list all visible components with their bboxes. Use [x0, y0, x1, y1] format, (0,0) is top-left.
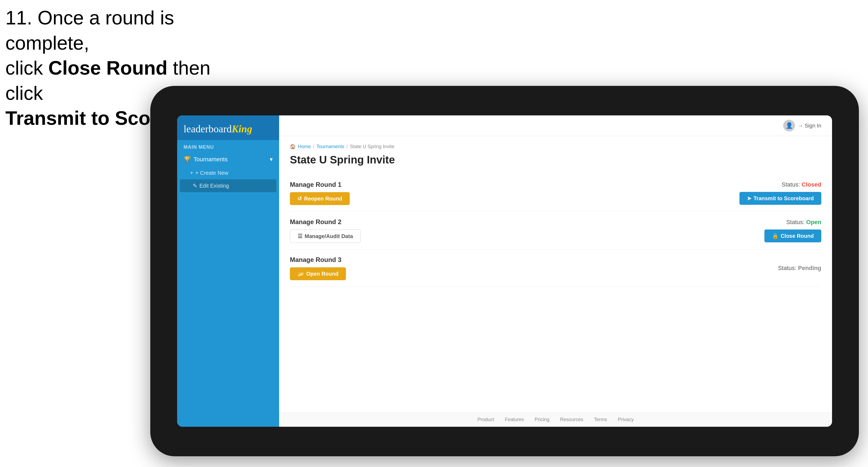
footer-product[interactable]: Product	[477, 417, 494, 423]
close-round-label: Close Round	[781, 233, 814, 239]
top-nav: 👤 → Sign In	[279, 116, 832, 136]
sidebar-edit-existing-item[interactable]: ✎ Edit Existing	[180, 179, 276, 192]
manage-audit-button[interactable]: ☰ Manage/Audit Data	[290, 229, 361, 243]
sidebar-edit-existing-label: Edit Existing	[199, 183, 229, 189]
status-label-2: Status:	[786, 219, 804, 225]
instruction-line1: 11. Once a round is complete,	[5, 7, 174, 54]
footer: Product Features Pricing Resources Terms…	[279, 412, 832, 427]
footer-resources[interactable]: Resources	[560, 417, 583, 423]
instruction-bold1: Close Round	[48, 57, 167, 79]
sidebar-tournaments-item[interactable]: 🏆 Tournaments ▾	[177, 152, 279, 167]
breadcrumb-sep1: /	[313, 144, 314, 150]
round-3-left: Manage Round 3 📂 Open Round	[290, 256, 346, 280]
round-1-left: Manage Round 1 ↺ Reopen Round	[290, 181, 350, 205]
instruction-line2: click	[5, 57, 48, 79]
sidebar-create-new-label: + Create New	[195, 170, 228, 176]
round-2-right: Status: Open 🔒 Close Round	[765, 219, 821, 242]
footer-pricing[interactable]: Pricing	[535, 417, 550, 423]
breadcrumb-home-link[interactable]: Home	[298, 144, 311, 150]
status-value-3: Pending	[798, 264, 821, 271]
tablet-device: leaderboardKing MAIN MENU 🏆 Tournaments …	[150, 86, 859, 456]
sidebar: leaderboardKing MAIN MENU 🏆 Tournaments …	[177, 116, 279, 427]
sidebar-create-new-item[interactable]: + + Create New	[177, 167, 279, 179]
status-label-1: Status:	[782, 181, 800, 188]
round-2-title: Manage Round 2	[290, 218, 361, 226]
page-title: State U Spring Invite	[290, 154, 821, 166]
main-content: 👤 → Sign In 🏠 Home / Tournaments / State…	[279, 116, 832, 427]
status-value-1: Closed	[802, 181, 821, 188]
plus-icon: +	[190, 170, 193, 176]
manage-audit-label: Manage/Audit Data	[305, 233, 353, 240]
breadcrumb-sep2: /	[346, 144, 348, 150]
round-3-section: Manage Round 3 📂 Open Round Status: Pend…	[290, 250, 821, 287]
breadcrumb: 🏠 Home / Tournaments / State U Spring In…	[290, 144, 821, 150]
tablet-screen: leaderboardKing MAIN MENU 🏆 Tournaments …	[177, 116, 832, 427]
transmit-scoreboard-label: Transmit to Scoreboard	[754, 195, 814, 201]
avatar: 👤	[783, 120, 795, 131]
round-1-right: Status: Closed ➤ Transmit to Scoreboard	[739, 181, 822, 205]
round-2-left: Manage Round 2 ☰ Manage/Audit Data	[290, 218, 361, 243]
footer-terms[interactable]: Terms	[594, 417, 607, 423]
app-layout: leaderboardKing MAIN MENU 🏆 Tournaments …	[177, 116, 832, 427]
content-area: 🏠 Home / Tournaments / State U Spring In…	[279, 136, 832, 412]
logo-leaderboard: leaderboard	[184, 123, 231, 134]
round-2-status: Status: Open	[786, 219, 821, 226]
open-round-icon: 📂	[298, 271, 304, 277]
transmit-icon: ➤	[747, 195, 751, 201]
round-3-status: Status: Pending	[778, 264, 821, 272]
close-round-button[interactable]: 🔒 Close Round	[765, 229, 821, 242]
breadcrumb-current: State U Spring Invite	[350, 144, 394, 150]
sign-in-area[interactable]: 👤 → Sign In	[783, 120, 821, 131]
round-3-right: Status: Pending	[778, 264, 821, 272]
logo: leaderboardKing	[184, 123, 273, 135]
sidebar-menu-label: MAIN MENU	[177, 140, 279, 152]
status-value-2: Open	[806, 219, 821, 225]
sidebar-tournaments-label: Tournaments	[193, 156, 227, 163]
open-round-button[interactable]: 📂 Open Round	[290, 267, 346, 280]
round-1-status: Status: Closed	[782, 181, 821, 188]
footer-privacy[interactable]: Privacy	[618, 417, 634, 423]
round-1-section: Manage Round 1 ↺ Reopen Round Status: Cl…	[290, 175, 821, 212]
round-3-title: Manage Round 3	[290, 256, 346, 263]
reopen-round-button[interactable]: ↺ Reopen Round	[290, 192, 350, 205]
edit-icon: ✎	[193, 183, 197, 189]
open-round-label: Open Round	[306, 271, 338, 277]
trophy-icon: 🏆	[184, 156, 191, 163]
sign-in-label: → Sign In	[798, 123, 821, 129]
status-label-3: Status:	[778, 264, 796, 271]
footer-features[interactable]: Features	[505, 417, 524, 423]
round-1-title: Manage Round 1	[290, 181, 350, 188]
transmit-scoreboard-button[interactable]: ➤ Transmit to Scoreboard	[739, 192, 822, 205]
close-round-icon: 🔒	[772, 233, 779, 239]
reopen-round-label: Reopen Round	[304, 196, 342, 202]
sidebar-logo: leaderboardKing	[177, 116, 279, 140]
reopen-icon: ↺	[298, 195, 302, 202]
audit-icon: ☰	[298, 233, 303, 240]
round-2-section: Manage Round 2 ☰ Manage/Audit Data Statu…	[290, 212, 821, 250]
logo-king: King	[231, 123, 252, 134]
breadcrumb-home-icon: 🏠	[290, 144, 296, 150]
breadcrumb-tournaments-link[interactable]: Tournaments	[316, 144, 344, 150]
chevron-down-icon: ▾	[270, 156, 273, 163]
